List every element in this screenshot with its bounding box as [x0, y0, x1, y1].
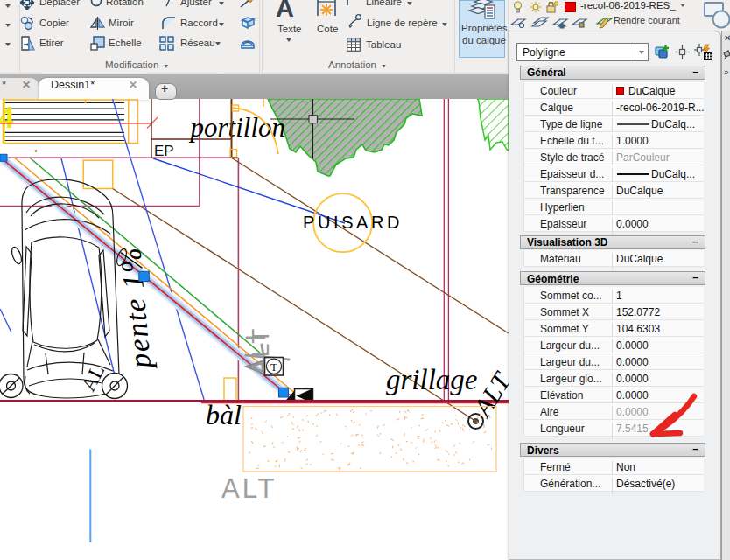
svg-text:portillon: portillon [189, 112, 286, 143]
svg-text:4: 4 [0, 100, 14, 135]
svg-text:ALT: ALT [221, 473, 277, 504]
svg-text:bàl: bàl [206, 399, 242, 430]
svg-text:grillage: grillage [386, 364, 478, 396]
svg-text:pente 1%: pente 1% [114, 245, 157, 371]
svg-text:EP: EP [154, 143, 174, 159]
svg-text:PUISARD: PUISARD [303, 213, 403, 232]
svg-text:T: T [270, 360, 277, 374]
